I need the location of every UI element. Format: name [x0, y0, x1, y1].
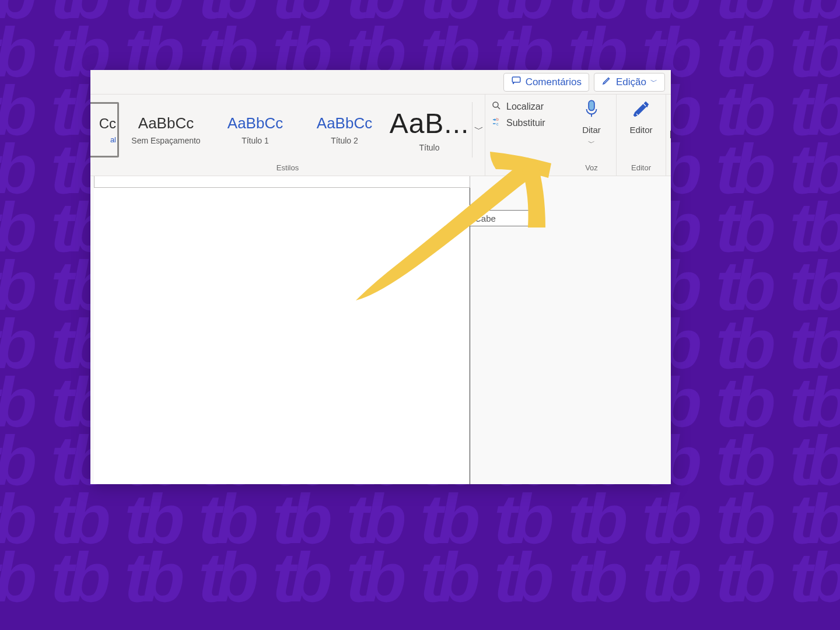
editing-group-label [485, 161, 567, 176]
editor-group: Editor Editor [617, 94, 666, 176]
editor-pen-icon [632, 99, 650, 121]
find-button[interactable]: Localizar [491, 100, 562, 113]
style-name: Título 1 [242, 136, 269, 145]
editor-button[interactable]: Editor [617, 94, 666, 161]
replace-icon: bc [491, 117, 502, 130]
cut-text: D [670, 129, 671, 141]
styles-group-label: Estilos [90, 161, 485, 176]
chevron-down-icon: ﹀ [474, 124, 484, 136]
editor-group-label: Editor [617, 161, 666, 176]
pencil-icon [601, 75, 612, 89]
dictate-button[interactable]: Ditar ﹀ [567, 94, 616, 161]
svg-rect-4 [589, 100, 594, 110]
chevron-down-icon: ﹀ [588, 138, 595, 148]
find-label: Localizar [506, 102, 544, 112]
style-title1[interactable]: AaBbCc Título 1 [213, 102, 298, 158]
style-sample: AaBbCc [228, 114, 283, 132]
style-name: Sem Espaçamento [131, 136, 200, 145]
style-name: Título 2 [331, 136, 358, 145]
comments-button[interactable]: Comentários [503, 73, 589, 92]
search-icon [491, 100, 502, 113]
style-sample: AaB... [390, 107, 470, 139]
voice-group-label: Voz [567, 161, 616, 176]
editor-label: Editor [629, 125, 652, 135]
header-section-tag[interactable]: Cabe [468, 210, 531, 226]
dictate-label: Ditar [582, 125, 601, 135]
document-page[interactable] [94, 188, 470, 484]
style-name: Título [419, 143, 439, 152]
style-normal[interactable]: Cc al [90, 102, 119, 158]
style-nospacing[interactable]: AaBbCc Sem Espaçamento [124, 102, 208, 158]
styles-gallery-more[interactable]: ﹀ [472, 102, 485, 158]
microphone-icon [583, 99, 600, 121]
styles-group: Cc al AaBbCc Sem Espaçamento AaBbCc Títu… [90, 94, 485, 176]
style-sample: AaBbCc [317, 114, 372, 132]
ruler-horizontal[interactable] [94, 176, 470, 188]
editing-mode-button[interactable]: Edição ﹀ [594, 73, 665, 92]
style-name: al [110, 135, 116, 144]
replace-button[interactable]: bc Substituir [491, 117, 562, 130]
style-sample: AaBbCc [138, 114, 194, 132]
comment-icon [511, 75, 522, 89]
svg-text:c: c [496, 122, 499, 126]
replace-label: Substituir [506, 118, 545, 128]
style-title2[interactable]: AaBbCc Título 2 [302, 102, 387, 158]
voice-group: Ditar ﹀ Voz [567, 94, 617, 176]
ribbon: Cc al AaBbCc Sem Espaçamento AaBbCc Títu… [90, 94, 671, 176]
word-window: Comentários Edição ﹀ Cc al AaBbCc Sem Es [90, 70, 671, 484]
svg-rect-0 [512, 77, 520, 82]
header-tag-label: Cabe [475, 214, 496, 223]
comments-label: Comentários [526, 76, 582, 88]
editing-group: Localizar bc Substituir [485, 94, 567, 176]
chevron-down-icon: ﹀ [650, 77, 657, 87]
svg-point-1 [493, 102, 498, 107]
title-actions-bar: Comentários Edição ﹀ [90, 70, 671, 94]
document-area: Cabe [90, 176, 671, 484]
ribbon-cut-right: D [666, 94, 671, 176]
style-sample: Cc [99, 116, 116, 132]
editing-label: Edição [616, 76, 646, 88]
style-bigtitle[interactable]: AaB... Título [391, 102, 467, 158]
styles-gallery: Cc al AaBbCc Sem Espaçamento AaBbCc Títu… [90, 94, 485, 161]
svg-text:b: b [496, 117, 499, 121]
